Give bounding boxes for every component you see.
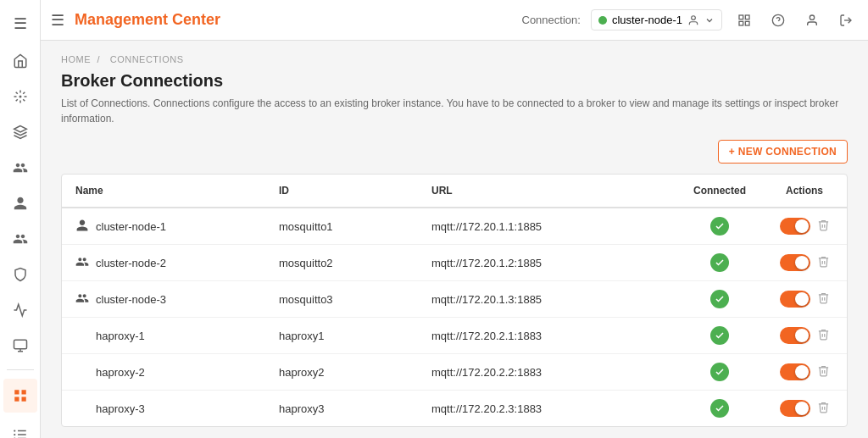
row-name: haproxy-3 <box>96 402 145 415</box>
header: ☰ Management Center Connection: cluster-… <box>41 0 868 41</box>
page-title: Broker Connections <box>61 71 848 91</box>
cell-actions <box>762 318 847 354</box>
sidebar-item-grid[interactable] <box>3 379 37 413</box>
connected-check-icon <box>710 253 729 272</box>
connection-toggle[interactable] <box>780 291 810 308</box>
sidebar-item-home[interactable] <box>3 44 37 78</box>
connection-selector[interactable]: cluster-node-1 <box>591 9 722 30</box>
header-right: Connection: cluster-node-1 <box>522 8 859 32</box>
svg-point-8 <box>14 430 15 431</box>
cell-connected <box>677 318 762 354</box>
cell-name: cluster-node-3 <box>62 281 265 318</box>
help-icon[interactable] <box>766 8 790 32</box>
cell-actions <box>762 281 847 318</box>
cell-connected <box>677 208 762 245</box>
delete-icon[interactable] <box>817 291 830 307</box>
svg-rect-16 <box>745 15 749 19</box>
table-row: haproxy-2 haproxy2 mqtt://172.20.2.2:188… <box>62 354 847 391</box>
cell-connected <box>677 391 762 427</box>
delete-icon[interactable] <box>817 255 830 270</box>
connection-toggle[interactable] <box>780 400 810 417</box>
connected-check-icon <box>710 326 729 345</box>
delete-icon[interactable] <box>817 364 830 380</box>
sidebar-item-add[interactable] <box>3 80 37 114</box>
sidebar-menu-icon[interactable]: ☰ <box>3 7 37 41</box>
col-header-url: URL <box>418 175 677 208</box>
svg-point-14 <box>692 15 696 19</box>
sidebar-item-monitor[interactable] <box>3 329 37 363</box>
connection-label: Connection: <box>522 14 581 26</box>
connected-check-icon <box>710 290 729 308</box>
cell-name: haproxy-1 <box>62 318 265 354</box>
cell-id: mosquitto2 <box>265 245 418 281</box>
sidebar-item-layers[interactable] <box>3 115 37 149</box>
row-name: cluster-node-2 <box>96 257 166 269</box>
row-icon <box>75 291 89 308</box>
sidebar-top: ☰ <box>3 0 37 364</box>
user-icon[interactable] <box>800 8 824 32</box>
chevron-down-icon <box>704 15 715 25</box>
table-row: haproxy-3 haproxy3 mqtt://172.20.2.3:188… <box>62 391 847 427</box>
connection-toggle[interactable] <box>780 363 810 380</box>
connections-table: Name ID URL Connected Actions cluster-no… <box>61 174 848 427</box>
app-title: Management Center <box>75 11 515 29</box>
header-menu-icon[interactable]: ☰ <box>51 11 64 30</box>
new-connection-button[interactable]: + NEW CONNECTION <box>718 140 848 164</box>
cell-id: haproxy2 <box>265 354 418 391</box>
connection-name: cluster-node-1 <box>612 14 682 26</box>
row-icon <box>75 255 89 271</box>
svg-point-0 <box>19 96 21 98</box>
svg-rect-17 <box>745 21 749 25</box>
col-header-connected: Connected <box>677 175 762 208</box>
connection-toggle[interactable] <box>780 327 810 344</box>
cell-url: mqtt://172.20.2.2:1883 <box>418 354 677 391</box>
cell-connected <box>677 281 762 318</box>
cell-url: mqtt://172.20.1.2:1885 <box>418 245 677 281</box>
row-name: haproxy-2 <box>96 366 145 379</box>
sidebar-item-analytics[interactable] <box>3 293 37 327</box>
table-row: cluster-node-3 mosquitto3 mqtt://172.20.… <box>62 281 847 318</box>
cell-id: haproxy1 <box>265 318 418 354</box>
delete-icon[interactable] <box>817 401 830 416</box>
svg-rect-15 <box>739 15 743 19</box>
sidebar-divider <box>7 369 34 370</box>
cell-name: cluster-node-2 <box>62 245 265 281</box>
svg-rect-2 <box>14 340 26 349</box>
logout-icon[interactable] <box>834 8 858 32</box>
col-header-name: Name <box>62 175 265 208</box>
cell-url: mqtt://172.20.1.3:1885 <box>418 281 677 318</box>
cell-id: mosquitto3 <box>265 281 418 318</box>
table-row: cluster-node-2 mosquitto2 mqtt://172.20.… <box>62 245 847 281</box>
col-header-actions: Actions <box>762 175 847 208</box>
expand-icon[interactable] <box>732 8 756 32</box>
sidebar-item-list[interactable] <box>3 418 37 438</box>
page: HOME / CONNECTIONS Broker Connections Li… <box>41 41 868 438</box>
breadcrumb: HOME / CONNECTIONS <box>61 54 848 64</box>
cell-actions <box>762 245 847 281</box>
sidebar-item-group-add[interactable] <box>3 151 37 185</box>
sidebar-item-shield[interactable] <box>3 258 37 291</box>
sidebar-item-person[interactable] <box>3 186 37 220</box>
table-header-row: + NEW CONNECTION <box>61 140 848 164</box>
cell-name: haproxy-3 <box>62 391 265 427</box>
table-row: cluster-node-1 mosquitto1 mqtt://172.20.… <box>62 208 847 245</box>
connection-toggle[interactable] <box>780 254 810 271</box>
delete-icon[interactable] <box>817 328 830 343</box>
breadcrumb-home[interactable]: HOME <box>61 54 91 64</box>
sidebar-bottom <box>3 364 37 438</box>
row-name: cluster-node-3 <box>96 293 166 306</box>
row-name: cluster-node-1 <box>96 220 166 233</box>
connected-check-icon <box>710 217 729 236</box>
svg-point-9 <box>14 434 15 435</box>
cell-connected <box>677 245 762 281</box>
sidebar-item-people[interactable] <box>3 222 37 256</box>
cell-name: haproxy-2 <box>62 354 265 391</box>
cell-id: haproxy3 <box>265 391 418 427</box>
sidebar: ☰ <box>0 0 41 438</box>
cell-url: mqtt://172.20.1.1:1885 <box>418 208 677 245</box>
svg-point-21 <box>810 15 814 19</box>
connection-toggle[interactable] <box>780 218 810 235</box>
connection-status-dot <box>598 16 607 25</box>
cell-id: mosquitto1 <box>265 208 418 245</box>
delete-icon[interactable] <box>817 219 830 234</box>
